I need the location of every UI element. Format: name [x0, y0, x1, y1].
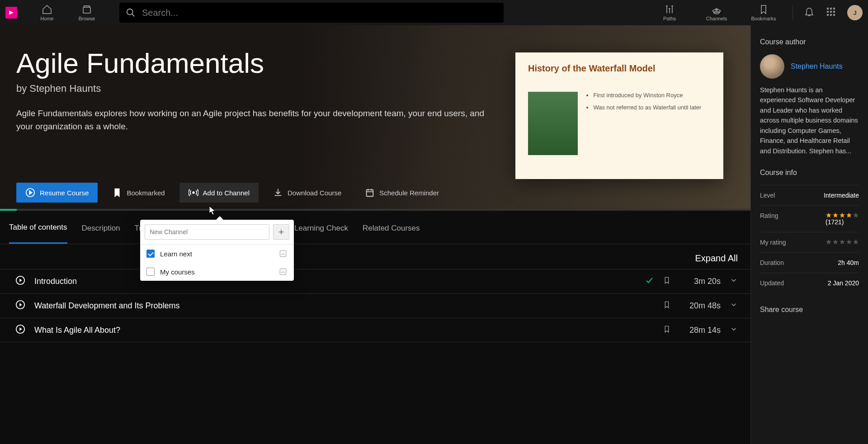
nav-bookmarks[interactable]: Bookmarks	[745, 4, 782, 21]
course-description: Agile Fundamentals explores how working …	[16, 107, 491, 133]
browse-icon	[81, 4, 92, 15]
notifications-button[interactable]	[804, 6, 815, 19]
course-sidebar: Course author Stephen Haunts Stephen Hau…	[750, 25, 868, 444]
star-empty-icon[interactable]	[853, 239, 859, 245]
main-content: History of the Waterfall Model First int…	[0, 25, 750, 444]
tab-related-courses[interactable]: Related Courses	[363, 213, 420, 244]
info-heading: Course info	[760, 169, 859, 177]
create-channel-button[interactable]	[273, 224, 289, 240]
toc-row-what-is-agile[interactable]: What Is Agile All About? 28m 14s	[0, 318, 750, 342]
bookmark-toggle[interactable]	[663, 300, 671, 312]
toc-row-waterfall[interactable]: Waterfall Development and Its Problems 2…	[0, 293, 750, 318]
bookmark-icon	[758, 4, 769, 15]
star-empty-icon[interactable]	[839, 239, 845, 245]
checkbox-checked-icon[interactable]	[146, 250, 155, 258]
info-level-value: Intermediate	[824, 192, 859, 199]
share-heading: Share course	[760, 306, 859, 314]
course-hero: History of the Waterfall Model First int…	[0, 25, 750, 211]
author-avatar	[760, 54, 784, 79]
bell-icon	[804, 6, 815, 17]
download-course-button[interactable]: Download Course	[264, 183, 350, 203]
star-filled-icon	[846, 212, 852, 218]
toc-title: What Is Agile All About?	[34, 326, 654, 335]
nav-browse[interactable]: Browse	[69, 4, 105, 21]
svg-point-9	[827, 14, 829, 16]
chevron-down-icon[interactable]	[730, 276, 738, 287]
channel-analytics-icon[interactable]	[278, 267, 288, 276]
preview-slide: History of the Waterfall Model First int…	[515, 52, 723, 179]
channel-option-learn-next[interactable]: Learn next	[140, 245, 294, 263]
slide-thumbnail	[528, 92, 578, 155]
bookmarked-button[interactable]: Bookmarked	[103, 183, 174, 203]
user-avatar[interactable]: J	[847, 5, 863, 20]
svg-point-6	[827, 11, 829, 13]
channel-analytics-icon[interactable]	[278, 249, 288, 258]
nav-home-label: Home	[40, 16, 53, 21]
search-icon	[126, 8, 136, 18]
home-icon	[42, 4, 52, 15]
search-field[interactable]	[119, 3, 504, 23]
checkbox-unchecked-icon[interactable]	[146, 268, 155, 276]
my-rating-stars[interactable]	[826, 239, 859, 246]
bookmark-toggle[interactable]	[663, 324, 671, 336]
bookmarked-label: Bookmarked	[127, 189, 165, 197]
download-icon	[273, 188, 283, 198]
svg-rect-14	[367, 190, 373, 197]
brand-logo[interactable]	[5, 7, 17, 19]
hero-actions: Resume Course Bookmarked Add to Channel …	[16, 183, 448, 203]
chevron-down-icon[interactable]	[730, 301, 738, 311]
toc-duration: 20m 48s	[680, 301, 721, 311]
calendar-icon	[365, 188, 375, 198]
expand-all-button[interactable]: Expand All	[695, 253, 738, 264]
star-empty-icon[interactable]	[826, 239, 832, 245]
star-filled-icon	[832, 212, 839, 218]
nav-paths[interactable]: Paths	[651, 4, 688, 21]
channel-option-my-courses[interactable]: My courses	[140, 263, 294, 281]
tab-description[interactable]: Description	[82, 213, 120, 244]
play-icon	[15, 300, 25, 312]
rating-stars	[826, 212, 859, 218]
toc-row-introduction[interactable]: Introduction 3m 20s	[0, 269, 750, 293]
svg-rect-0	[83, 7, 90, 13]
channels-icon	[711, 4, 722, 15]
toc-duration: 28m 14s	[680, 326, 721, 335]
schedule-reminder-button[interactable]: Schedule Reminder	[356, 183, 448, 203]
apps-button[interactable]	[826, 6, 836, 19]
slide-bullet: Was not referred to as Waterfall until l…	[593, 104, 701, 111]
author-heading: Course author	[760, 38, 859, 46]
info-rating-value: (1721)	[826, 212, 859, 226]
course-progress-fill	[0, 209, 17, 211]
search-input[interactable]	[142, 8, 497, 18]
nav-channels[interactable]: Channels	[698, 4, 735, 21]
svg-point-13	[193, 192, 194, 194]
nav-home[interactable]: Home	[29, 4, 65, 21]
add-channel-label: Add to Channel	[203, 189, 250, 197]
nav-channels-label: Channels	[706, 16, 727, 21]
top-nav: Home Browse Paths Channels Bookmarks J	[0, 0, 868, 25]
tab-table-of-contents[interactable]: Table of contents	[9, 213, 67, 244]
svg-point-5	[834, 8, 835, 9]
svg-point-4	[830, 8, 832, 9]
channel-option-label: Learn next	[160, 250, 192, 258]
star-empty-icon[interactable]	[846, 239, 852, 245]
resume-label: Resume Course	[40, 189, 89, 197]
channel-popup: Learn next My courses	[140, 220, 294, 281]
bookmark-toggle[interactable]	[663, 275, 671, 288]
new-channel-input[interactable]	[145, 224, 269, 240]
author-link[interactable]: Stephen Haunts	[791, 62, 843, 71]
add-to-channel-button[interactable]: Add to Channel	[179, 183, 259, 203]
chevron-down-icon[interactable]	[730, 325, 738, 335]
course-progress-bar	[0, 209, 750, 211]
toc-duration: 3m 20s	[680, 277, 721, 286]
tab-learning-check[interactable]: Learning Check	[294, 213, 348, 244]
resume-course-button[interactable]: Resume Course	[16, 183, 98, 203]
info-level-label: Level	[760, 192, 775, 199]
toc-title: Introduction	[34, 277, 636, 286]
svg-point-1	[127, 9, 133, 15]
star-empty-icon[interactable]	[832, 239, 839, 245]
svg-point-7	[830, 11, 832, 13]
info-updated-value: 2 Jan 2020	[828, 279, 859, 287]
schedule-label: Schedule Reminder	[379, 189, 439, 197]
download-label: Download Course	[288, 189, 341, 197]
star-filled-icon	[826, 212, 832, 218]
